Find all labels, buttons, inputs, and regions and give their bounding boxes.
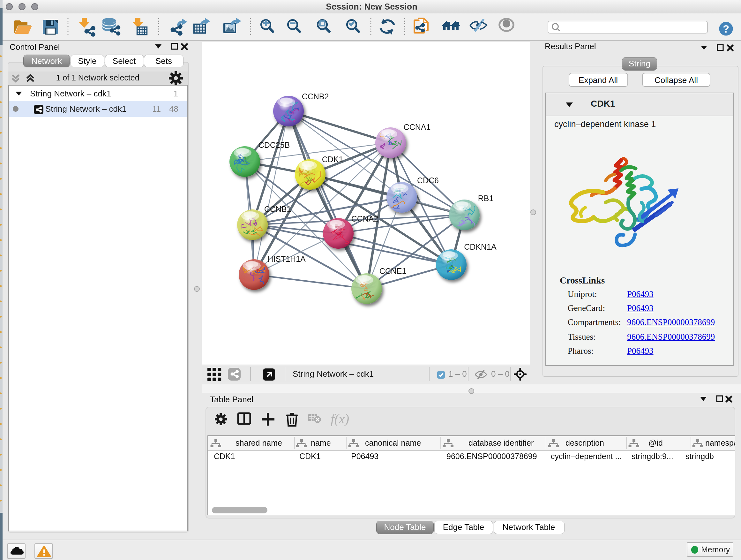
svg-text:?: ? bbox=[723, 23, 729, 35]
svg-text:CDC6: CDC6 bbox=[417, 176, 439, 185]
svg-text:CDK1: CDK1 bbox=[322, 154, 343, 164]
svg-text:CDKN1A: CDKN1A bbox=[464, 242, 496, 251]
svg-text:RB1: RB1 bbox=[478, 193, 493, 202]
svg-text:CDC25B: CDC25B bbox=[258, 140, 290, 149]
svg-text:CCNB2: CCNB2 bbox=[301, 91, 329, 101]
svg-text:CCNE1: CCNE1 bbox=[379, 266, 406, 275]
svg-text:CCNA1: CCNA1 bbox=[403, 122, 430, 131]
svg-text:CCNB1: CCNB1 bbox=[264, 204, 291, 213]
svg-text:HIST1H1A: HIST1H1A bbox=[267, 254, 306, 263]
svg-text:f(x): f(x) bbox=[331, 412, 349, 427]
svg-text:CCNA2: CCNA2 bbox=[351, 214, 378, 223]
